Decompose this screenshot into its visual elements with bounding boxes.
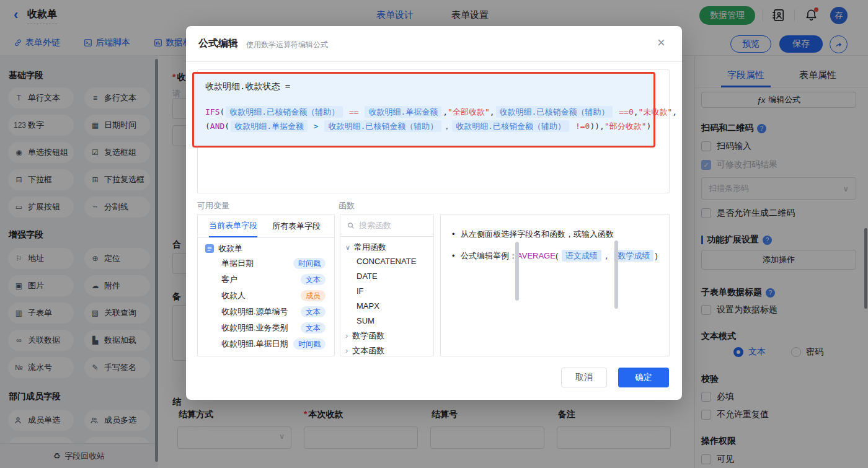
variable-item[interactable]: 客户 文本	[198, 272, 334, 288]
function-list: CONCATENATEDATEIFMAPXSUM	[340, 254, 433, 329]
function-group-common[interactable]: 常用函数	[340, 237, 433, 254]
variable-name: 收款人	[221, 290, 246, 301]
function-group[interactable]: 文本函数	[340, 343, 433, 356]
variables-tabs: 当前表单字段 所有表单字段	[198, 214, 334, 238]
function-search[interactable]	[340, 214, 433, 237]
document-icon	[205, 244, 214, 253]
root-label: 收款单	[218, 243, 242, 254]
search-icon	[347, 221, 355, 230]
formula-token: 收款明细.已核销金额（辅助）	[324, 120, 441, 132]
variable-item[interactable]: 收款明细.业务类别 文本	[198, 320, 334, 336]
variable-name: 单据日期	[221, 258, 254, 269]
help-panel: 从左侧面板选择字段名和函数，或输入函数 公式编辑举例：AVERAGE( 语文成绩…	[440, 214, 670, 356]
formula-token: (	[205, 121, 210, 131]
close-icon[interactable]: ×	[657, 36, 665, 50]
variable-name: 收款明细.源单编号	[221, 306, 288, 317]
help-chip-1: 语文成绩	[562, 250, 601, 262]
formula-token: ，	[443, 121, 451, 131]
help-chip-2: 数学成绩	[614, 250, 653, 262]
formula-highlight-box: 收款明细.收款状态 = IFS(收款明细.已核销金额（辅助） == 收款明细.单…	[192, 72, 655, 148]
function-groups: 数学函数文本函数	[340, 329, 433, 356]
cancel-button[interactable]: 取消	[561, 368, 607, 387]
formula-token: "部分收款"	[604, 121, 647, 131]
variables-list: 单据日期 时间戳 客户 文本 收款人 成员 收款明细.源单编号 文本	[198, 255, 334, 352]
formula-token: ,	[672, 107, 677, 117]
functions-label: 函数	[339, 200, 355, 211]
functions-scrollbar[interactable]	[614, 241, 618, 309]
function-item[interactable]: IF	[340, 284, 433, 299]
formula-token: !=0	[570, 121, 590, 131]
formula-line-1: IFS(收款明细.已核销金额（辅助） == 收款明细.单据金额,"全部收款",收…	[205, 105, 642, 119]
confirm-button[interactable]: 确定	[618, 368, 669, 387]
formula-token: AND	[210, 121, 224, 131]
variable-item[interactable]: 收款明细.源单编号 文本	[198, 304, 334, 320]
formula-token: 收款明细.已核销金额（辅助）	[452, 120, 569, 132]
function-item[interactable]: MAPX	[340, 299, 433, 314]
variables-label: 可用变量	[197, 200, 229, 211]
formula-token: IFS	[205, 107, 219, 117]
formula-token: (	[224, 121, 229, 131]
formula-token: (	[219, 107, 224, 117]
formula-token: 收款明细.已核销金额（辅助）	[496, 106, 613, 118]
function-item[interactable]: SUM	[340, 314, 433, 329]
variable-type-badge: 文本	[301, 306, 326, 317]
function-item[interactable]: DATE	[340, 269, 433, 284]
formula-editor-modal: 公式编辑 使用数学运算符编辑公式 × 收款明细.收款状态 = IFS(收款明细.…	[186, 26, 682, 400]
formula-token: ==0	[614, 107, 633, 117]
formula-token: >	[309, 121, 323, 131]
formula-token: ,	[634, 107, 639, 117]
variable-item[interactable]: 收款人 成员	[198, 288, 334, 304]
formula-target: 收款明细.收款状态 =	[205, 81, 642, 92]
variable-type-badge: 成员	[301, 290, 326, 301]
help-line-2: 公式编辑举例：AVERAGE( 语文成绩， 数学成绩)	[452, 250, 658, 262]
formula-token: )	[647, 121, 652, 131]
formula-token: ,	[490, 107, 495, 117]
divider	[186, 61, 682, 62]
modal-subtitle: 使用数学运算符编辑公式	[246, 40, 328, 50]
variables-tree-root[interactable]: 收款单	[198, 238, 334, 255]
modal-title: 公式编辑	[198, 37, 238, 50]
variable-name: 客户	[221, 274, 237, 285]
formula-token: 收款明细.单据金额	[365, 106, 441, 118]
help-function-name: AVERAGE	[517, 251, 556, 260]
paren: )	[655, 251, 657, 260]
tab-current-form-fields[interactable]: 当前表单字段	[209, 214, 257, 237]
variables-panel: 当前表单字段 所有表单字段 收款单 单据日期 时间戳 客户 文本 收款人	[197, 214, 335, 356]
variable-item[interactable]: 单据日期 时间戳	[198, 255, 334, 272]
variable-type-badge: 文本	[301, 322, 326, 333]
help-example-prefix: 公式编辑举例：	[461, 251, 517, 260]
formula-token: 收款明细.已核销金额（辅助）	[226, 106, 343, 118]
comma: ，	[603, 251, 611, 260]
formula-token: )),	[590, 121, 604, 131]
variable-type-badge: 时间戳	[293, 338, 326, 350]
functions-panel: 常用函数 CONCATENATEDATEIFMAPXSUM 数学函数文本函数	[340, 214, 434, 356]
help-line-1: 从左侧面板选择字段名和函数，或输入函数	[452, 228, 658, 241]
search-input[interactable]	[359, 221, 421, 230]
formula-token: "未收款"	[639, 107, 673, 117]
variable-type-badge: 文本	[301, 274, 326, 285]
tab-all-form-fields[interactable]: 所有表单字段	[272, 221, 321, 232]
formula-token: 收款明细.单据金额	[231, 120, 308, 132]
variables-scrollbar[interactable]	[515, 242, 519, 301]
variable-item[interactable]: 收款明细.单据日期 时间戳	[198, 336, 334, 352]
variable-name: 收款明细.业务类别	[221, 322, 288, 333]
paren: (	[556, 251, 558, 260]
formula-token: "全部收款"	[448, 107, 490, 117]
function-group[interactable]: 数学函数	[340, 329, 433, 343]
formula-token: ,	[443, 107, 448, 117]
variable-type-badge: 时间戳	[293, 258, 326, 269]
formula-token: ==	[344, 107, 363, 117]
variable-name: 收款明细.单据日期	[221, 338, 288, 350]
formula-line-2: (AND(收款明细.单据金额 > 收款明细.已核销金额（辅助），收款明细.已核销…	[205, 119, 642, 133]
function-item[interactable]: CONCATENATE	[340, 254, 433, 269]
